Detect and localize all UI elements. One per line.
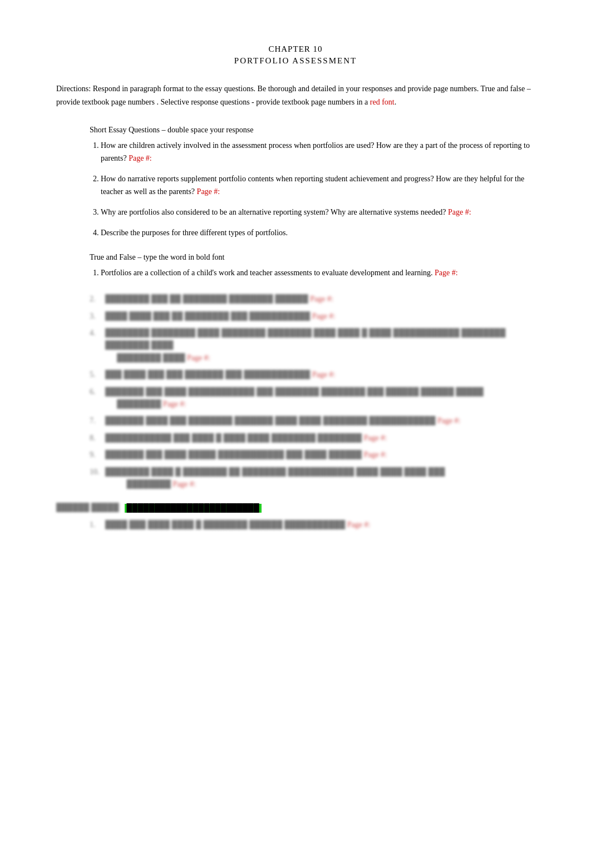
tf-blurred-item-8: 8. ████████████ ███ ████ █ ████ ████ ███… bbox=[90, 432, 535, 444]
short-essay-q1-text: How are children actively involved in th… bbox=[101, 141, 530, 162]
bottom-item-1: 1. ████ ███ ████ ████ █ ████████ ██████ … bbox=[90, 519, 535, 531]
true-false-section: True and False – type the word in bold f… bbox=[56, 253, 535, 490]
short-essay-item-3: Why are portfolios also considered to be… bbox=[101, 206, 535, 219]
tf-blurred-item-5: 5. ███ ████ ███ ███ ███████ ███ ████████… bbox=[90, 369, 535, 381]
bottom-list: 1. ████ ███ ████ ████ █ ████████ ██████ … bbox=[90, 519, 535, 531]
tf-q1-page: Page #: bbox=[435, 269, 458, 277]
chapter-header: CHAPTER 10 PORTFOLIO ASSESSMENT bbox=[56, 44, 535, 66]
true-false-blurred-list: 2. ████████ ███ ██ ████████ ████████ ███… bbox=[90, 293, 535, 490]
short-essay-label: Short Essay Questions – double space you… bbox=[90, 126, 535, 135]
true-false-item-1: Portfolios are a collection of a child's… bbox=[101, 266, 535, 279]
true-false-label: True and False – type the word in bold f… bbox=[90, 253, 535, 262]
short-essay-item-4: Describe the purposes for three differen… bbox=[101, 226, 535, 239]
bottom-header: ██████ █████ ████████████████████████ bbox=[56, 502, 535, 514]
directions-text-part2: . bbox=[395, 98, 397, 106]
chapter-subtitle: PORTFOLIO ASSESSMENT bbox=[56, 56, 535, 66]
true-false-list: Portfolios are a collection of a child's… bbox=[101, 266, 535, 279]
short-essay-section: Short Essay Questions – double space you… bbox=[56, 126, 535, 240]
short-essay-q2-text: How do narrative reports supplement port… bbox=[101, 175, 524, 196]
tf-blurred-item-9: 9. ███████ ███ ████ █████ ████████████ █… bbox=[90, 449, 535, 461]
short-essay-q4-text: Describe the purposes for three differen… bbox=[101, 229, 288, 237]
chapter-title: CHAPTER 10 bbox=[56, 44, 535, 54]
short-essay-list: How are children actively involved in th… bbox=[101, 139, 535, 240]
tf-blurred-item-7: 7. ███████ ████ ███ ████████ ███████ ███… bbox=[90, 415, 535, 427]
short-essay-item-2: How do narrative reports supplement port… bbox=[101, 172, 535, 198]
tf-blurred-item-10: 10. ████████ ████ █ ████████ ██ ████████… bbox=[90, 466, 535, 491]
tf-blurred-item-3: 3. ████ ████ ███ ██ ████████ ███ ███████… bbox=[90, 310, 535, 323]
short-essay-item-1: How are children actively involved in th… bbox=[101, 139, 535, 165]
directions-block: Directions: Respond in paragraph format … bbox=[56, 82, 535, 109]
tf-blurred-item-6: 6. ███████ ███ ████ ████████████ ███ ███… bbox=[90, 386, 535, 411]
tf-blurred-item-4: 4. ████████ ████████ ████ ████████ █████… bbox=[90, 327, 535, 364]
tf-blurred-item-2: 2. ████████ ███ ██ ████████ ████████ ███… bbox=[90, 293, 535, 305]
short-essay-q2-page: Page #: bbox=[197, 187, 220, 196]
directions-text-part1: Directions: Respond in paragraph format … bbox=[56, 85, 531, 106]
bottom-section: ██████ █████ ████████████████████████ 1.… bbox=[56, 502, 535, 531]
short-essay-q3-text: Why are portfolios also considered to be… bbox=[101, 208, 448, 216]
red-font-label: red font bbox=[370, 98, 395, 106]
short-essay-q3-page: Page #: bbox=[448, 208, 471, 216]
tf-q1-text: Portfolios are a collection of a child's… bbox=[101, 269, 435, 277]
bottom-header-blurred: ██████ █████ bbox=[56, 502, 119, 514]
page-container: CHAPTER 10 PORTFOLIO ASSESSMENT Directio… bbox=[56, 44, 535, 531]
bottom-header-highlighted: ████████████████████████ bbox=[125, 504, 262, 513]
short-essay-q1-page: Page #: bbox=[129, 154, 152, 162]
